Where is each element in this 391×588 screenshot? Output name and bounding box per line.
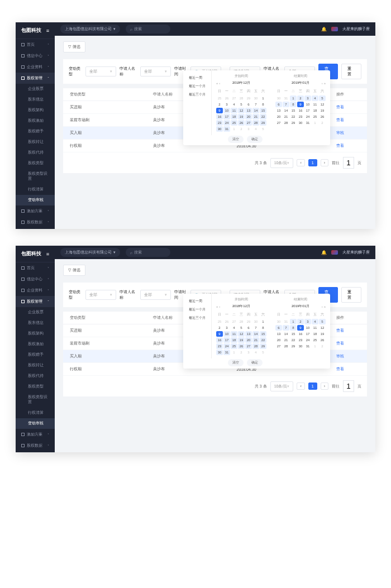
row-action-link[interactable]: 查看 xyxy=(336,105,344,109)
cal-day[interactable]: 31 xyxy=(223,350,230,355)
cal-day[interactable]: 27 xyxy=(245,343,252,349)
avatar[interactable] xyxy=(331,27,338,31)
cal-day[interactable]: 18 xyxy=(312,331,318,337)
page-size-select[interactable]: 10条/页▾ xyxy=(270,381,294,391)
cal-day[interactable]: 12 xyxy=(319,102,326,107)
cal-day[interactable]: 17 xyxy=(304,108,311,113)
cal-day[interactable]: 12 xyxy=(238,108,245,113)
sidebar-item-5[interactable]: 股权数据˃ xyxy=(16,217,55,228)
cal-day[interactable]: 28 xyxy=(252,120,259,126)
cal-day[interactable]: 16 xyxy=(216,337,223,343)
cal-day[interactable]: 20 xyxy=(275,114,282,119)
cal-day[interactable]: 19 xyxy=(319,108,326,113)
cal-day[interactable]: 24 xyxy=(304,337,311,343)
cal-day[interactable]: 26 xyxy=(223,95,230,101)
cal-day[interactable]: 9 xyxy=(216,108,223,113)
cal-day[interactable]: 26 xyxy=(319,114,326,119)
cal-day[interactable]: 3 xyxy=(245,126,252,132)
cal-day[interactable]: 14 xyxy=(252,331,259,337)
cal-day[interactable]: 28 xyxy=(238,95,245,101)
change-type-select[interactable]: 全部▾ xyxy=(85,66,116,77)
cal-day[interactable]: 7 xyxy=(252,325,259,331)
page-number[interactable]: 1 xyxy=(308,159,317,166)
row-action-link[interactable]: 审核 xyxy=(336,131,344,135)
cal-day[interactable]: 4 xyxy=(252,126,259,132)
cal-day[interactable]: 6 xyxy=(275,325,282,331)
cal-day[interactable]: 4 xyxy=(252,350,259,355)
menu-toggle-icon[interactable]: ≡ xyxy=(46,28,49,34)
cal-next[interactable]: ›» xyxy=(322,82,326,85)
sidebar-subitem-4[interactable]: 股权赠予 xyxy=(16,350,55,360)
cal-day[interactable]: 1 xyxy=(260,95,266,101)
cal-day[interactable]: 22 xyxy=(290,337,297,343)
reset-button[interactable]: 重置 xyxy=(341,287,361,303)
cal-day[interactable]: 26 xyxy=(238,343,245,349)
cal-day[interactable]: 3 xyxy=(245,350,252,355)
cal-ok[interactable]: 确定 xyxy=(247,136,263,143)
cal-day[interactable]: 24 xyxy=(223,120,230,126)
cal-day[interactable]: 20 xyxy=(245,337,252,343)
search-input[interactable]: ⌕搜索 xyxy=(126,248,170,257)
cal-day[interactable]: 19 xyxy=(319,331,326,337)
cal-day[interactable]: 1 xyxy=(312,343,318,349)
cal-day[interactable]: 24 xyxy=(304,114,311,119)
sidebar-subitem-8[interactable]: 股权类型设置 xyxy=(16,169,55,184)
cal-day[interactable]: 30 xyxy=(216,350,223,355)
cal-day[interactable]: 12 xyxy=(238,331,245,337)
cal-day[interactable]: 5 xyxy=(260,350,266,355)
cal-day[interactable]: 25 xyxy=(231,343,237,349)
cal-day[interactable]: 8 xyxy=(290,102,297,107)
cal-day[interactable]: 13 xyxy=(275,108,282,113)
sidebar-subitem-6[interactable]: 股权代持 xyxy=(16,147,55,158)
applicant-select[interactable]: 全部▾ xyxy=(140,66,171,77)
cal-day[interactable]: 7 xyxy=(252,102,259,107)
sidebar-item-0[interactable]: 首页˃ xyxy=(16,39,55,50)
cal-day[interactable]: 3 xyxy=(304,95,311,101)
row-action-link[interactable]: 审核 xyxy=(336,354,344,358)
cal-day[interactable]: 4 xyxy=(312,95,318,101)
filter-toggle[interactable]: ▽筛选 xyxy=(63,265,85,276)
cal-day[interactable]: 16 xyxy=(216,114,223,119)
cal-day[interactable]: 7 xyxy=(283,325,289,331)
cal-day[interactable]: 16 xyxy=(297,331,304,337)
cal-day[interactable]: 19 xyxy=(238,114,245,119)
cal-day[interactable]: 9 xyxy=(297,325,304,331)
cal-day[interactable]: 2 xyxy=(216,325,223,331)
cal-day[interactable]: 25 xyxy=(216,95,223,101)
search-input[interactable]: ⌕搜索 xyxy=(126,25,170,34)
cal-day[interactable]: 5 xyxy=(319,95,326,101)
quick-range-2[interactable]: 最近三个月 xyxy=(183,314,211,322)
avatar[interactable] xyxy=(331,250,338,255)
cal-day[interactable]: 30 xyxy=(275,95,282,101)
cal-day[interactable]: 20 xyxy=(275,337,282,343)
cal-day[interactable]: 8 xyxy=(290,325,297,331)
sidebar-subitem-4[interactable]: 股权赠予 xyxy=(16,126,55,137)
cal-day[interactable]: 23 xyxy=(216,120,223,126)
cal-day[interactable]: 25 xyxy=(312,337,318,343)
cal-day[interactable]: 24 xyxy=(223,343,230,349)
cal-day[interactable]: 1 xyxy=(231,126,237,132)
cal-day[interactable]: 22 xyxy=(260,337,266,343)
cal-day[interactable]: 2 xyxy=(319,120,326,126)
cal-day[interactable]: 23 xyxy=(297,114,304,119)
cal-day[interactable]: 6 xyxy=(245,325,252,331)
cal-day[interactable]: 2 xyxy=(238,126,245,132)
quick-range-0[interactable]: 最近一周 xyxy=(183,74,211,82)
cal-day[interactable]: 13 xyxy=(245,108,252,113)
quick-range-1[interactable]: 最近一个月 xyxy=(183,82,211,90)
cal-day[interactable]: 26 xyxy=(238,120,245,126)
row-action-link[interactable]: 查看 xyxy=(336,118,344,122)
quick-range-1[interactable]: 最近一个月 xyxy=(183,305,211,314)
cal-day[interactable]: 29 xyxy=(260,120,266,126)
cal-day[interactable]: 31 xyxy=(283,95,289,101)
cal-day[interactable]: 28 xyxy=(283,343,289,349)
cal-day[interactable]: 29 xyxy=(290,343,297,349)
applicant-select[interactable]: 全部▾ xyxy=(140,290,171,300)
bell-icon[interactable]: 🔔 xyxy=(321,27,327,32)
cal-day[interactable]: 30 xyxy=(252,95,259,101)
company-selector[interactable]: 上海包图信息科技有限公司▾ xyxy=(60,248,120,257)
filter-toggle[interactable]: ▽筛选 xyxy=(63,41,85,52)
cal-day[interactable]: 30 xyxy=(252,319,259,324)
sidebar-subitem-7[interactable]: 股权类型 xyxy=(16,381,55,392)
page-next[interactable]: › xyxy=(321,383,328,390)
